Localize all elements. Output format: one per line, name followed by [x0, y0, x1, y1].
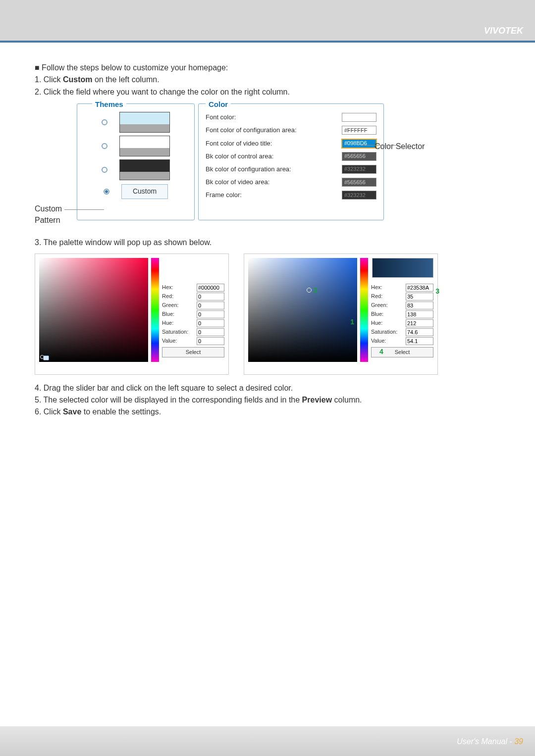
step-4: 4. Drag the slider bar and click on the …: [35, 383, 500, 394]
intro-bullet: ■ Follow the steps below to customize yo…: [35, 62, 500, 73]
color-fieldset: Color Font color: Font color of configur…: [198, 103, 384, 220]
themes-fieldset: Themes: [77, 103, 195, 220]
label-video-bk: Bk color of video area:: [206, 178, 269, 187]
step-1-bold: Custom: [63, 75, 93, 84]
swatch-frame[interactable]: #323232: [342, 191, 376, 200]
theme-option-3[interactable]: [83, 159, 188, 180]
brand-logo: VIVOTEK: [484, 26, 523, 36]
footer-band: User's Manual - 39: [0, 726, 535, 756]
palette-left-huebar[interactable]: [151, 258, 159, 362]
l-blue-label: Blue:: [162, 310, 174, 318]
swatch-config-font[interactable]: #FFFFFF: [342, 126, 376, 135]
annotation-line-selector: [361, 145, 398, 146]
r-green-label: Green:: [371, 302, 388, 309]
r-hex-input[interactable]: [406, 284, 433, 292]
slider-knob-icon: [43, 355, 49, 360]
step-6-post: to enable the settings.: [81, 407, 161, 416]
swatch-control-bk[interactable]: #565656: [342, 152, 376, 161]
l-green-input[interactable]: [197, 302, 224, 309]
l-red-input[interactable]: [197, 293, 224, 301]
step-6-pre: 6. Click: [35, 407, 63, 416]
l-hex-label: Hex:: [162, 284, 173, 291]
palette-right-huebar[interactable]: [360, 258, 368, 362]
r-green-input[interactable]: [406, 302, 433, 309]
footer-label: User's Manual -: [457, 737, 514, 746]
theme-color-figure: Themes: [35, 103, 500, 227]
palette-left-gradient[interactable]: [39, 258, 148, 362]
radio-theme-3[interactable]: [102, 167, 107, 173]
radio-theme-2[interactable]: [102, 143, 107, 149]
r-sat-input[interactable]: [406, 328, 433, 336]
color-row-config-font: Font color of configuration area: #FFFFF…: [206, 126, 376, 135]
palette-left-inputs: Hex: Red: Green: Blue: Hue: Saturation: …: [162, 258, 224, 370]
annotation-line-custom: [64, 209, 104, 210]
palette-right-preview: [372, 258, 433, 278]
palette-right-marker: [307, 288, 312, 293]
label-font-color: Font color:: [206, 113, 236, 122]
r-blue-input[interactable]: [406, 310, 433, 318]
l-sat-input[interactable]: [197, 328, 224, 336]
header-band: VIVOTEK: [0, 0, 535, 41]
theme-option-2[interactable]: [83, 136, 188, 156]
footer-page-number: 39: [514, 737, 523, 746]
content-area: ■ Follow the steps below to customize yo…: [0, 43, 535, 418]
annotation-color-selector: Color Selector: [374, 141, 425, 152]
radio-theme-1[interactable]: [102, 119, 107, 125]
l-blue-input[interactable]: [197, 310, 224, 318]
l-hue-label: Hue:: [162, 319, 173, 327]
annotation-custom-l2: Pattern: [35, 215, 62, 226]
palette-figures: Hex: Red: Green: Blue: Hue: Saturation: …: [35, 253, 500, 375]
theme-thumb-2: [119, 136, 170, 156]
r-sat-label: Saturation:: [371, 328, 397, 336]
custom-theme-label: Custom: [121, 184, 168, 199]
color-row-video-bk: Bk color of video area: #565656: [206, 178, 376, 187]
swatch-video-bk[interactable]: #565656: [342, 178, 376, 187]
palette-right-select-text: Select: [395, 349, 410, 355]
theme-thumb-1: [119, 112, 170, 133]
r-red-input[interactable]: [406, 293, 433, 301]
swatch-font-color[interactable]: [342, 113, 376, 122]
themes-legend: Themes: [92, 99, 126, 109]
label-frame: Frame color:: [206, 191, 242, 200]
palette-left: Hex: Red: Green: Blue: Hue: Saturation: …: [35, 253, 229, 375]
callout-1: 1: [350, 317, 354, 327]
label-control-bk: Bk color of control area:: [206, 152, 273, 161]
r-hue-input[interactable]: [406, 319, 433, 327]
palette-left-select-button[interactable]: Select: [162, 347, 224, 357]
radio-theme-custom[interactable]: [104, 189, 109, 195]
r-hue-label: Hue:: [371, 319, 382, 327]
label-config-font: Font color of configuration area:: [206, 126, 297, 135]
step-5: 5. The selected color will be displayed …: [35, 395, 500, 405]
l-val-input[interactable]: [197, 337, 224, 345]
color-row-font: Font color:: [206, 113, 376, 122]
step-1: 1. Click Custom on the left column.: [35, 74, 500, 85]
r-red-label: Red:: [371, 293, 382, 300]
color-row-video-title: Font color of video title: #098BD6: [206, 139, 376, 148]
step-5-pre: 5. The selected color will be displayed …: [35, 396, 302, 404]
swatch-video-title[interactable]: #098BD6: [342, 139, 376, 148]
color-row-config-bk: Bk color of configuration area: #323232: [206, 165, 376, 174]
callout-4: 4: [379, 347, 383, 357]
theme-option-custom[interactable]: Custom: [83, 184, 188, 199]
step-3: 3. The palette window will pop up as sho…: [35, 237, 500, 248]
step-1-pre: 1. Click: [35, 75, 63, 84]
callout-2: 2: [314, 286, 318, 296]
palette-left-slider[interactable]: [43, 355, 49, 360]
l-hex-input[interactable]: [197, 284, 224, 292]
swatch-config-bk[interactable]: #323232: [342, 165, 376, 174]
label-config-bk: Bk color of configuration area:: [206, 165, 291, 174]
theme-thumb-3: [119, 159, 170, 180]
r-val-input[interactable]: [406, 337, 433, 345]
r-val-label: Value:: [371, 337, 386, 345]
palette-right-gradient[interactable]: 2 1: [248, 258, 357, 362]
step-6-bold: Save: [63, 407, 81, 416]
l-green-label: Green:: [162, 302, 179, 309]
theme-option-1[interactable]: [83, 112, 188, 133]
step-5-post: column.: [332, 396, 362, 404]
footer-text: User's Manual - 39: [457, 737, 523, 746]
palette-right-select-button[interactable]: 4 Select: [371, 347, 433, 357]
l-hue-input[interactable]: [197, 319, 224, 327]
color-row-control-bk: Bk color of control area: #565656: [206, 152, 376, 161]
callout-3: 3: [435, 287, 439, 297]
color-legend: Color: [206, 99, 231, 109]
